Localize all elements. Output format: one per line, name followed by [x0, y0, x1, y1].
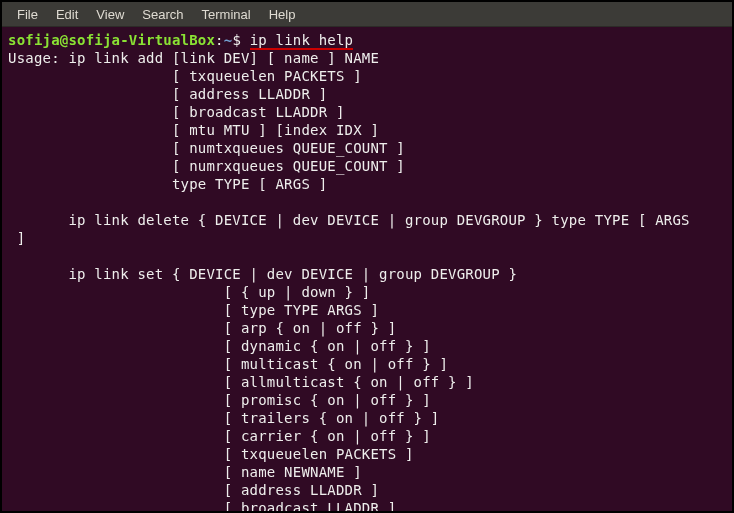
menu-view[interactable]: View	[87, 7, 133, 22]
command-input: ip link help	[250, 32, 354, 48]
prompt-user-host: sofija@sofija-VirtualBox	[8, 32, 215, 48]
terminal-viewport[interactable]: sofija@sofija-VirtualBox:~$ ip link help…	[2, 27, 732, 513]
menu-file[interactable]: File	[8, 7, 47, 22]
menu-edit[interactable]: Edit	[47, 7, 87, 22]
command-underline: ip link help	[250, 33, 354, 50]
menu-search[interactable]: Search	[133, 7, 192, 22]
command-output: Usage: ip link add [link DEV] [ name ] N…	[8, 50, 690, 513]
menu-help[interactable]: Help	[260, 7, 305, 22]
menubar: File Edit View Search Terminal Help	[2, 2, 732, 27]
prompt-colon: :	[215, 32, 224, 48]
prompt-sigil: $	[232, 32, 241, 48]
menu-terminal[interactable]: Terminal	[193, 7, 260, 22]
